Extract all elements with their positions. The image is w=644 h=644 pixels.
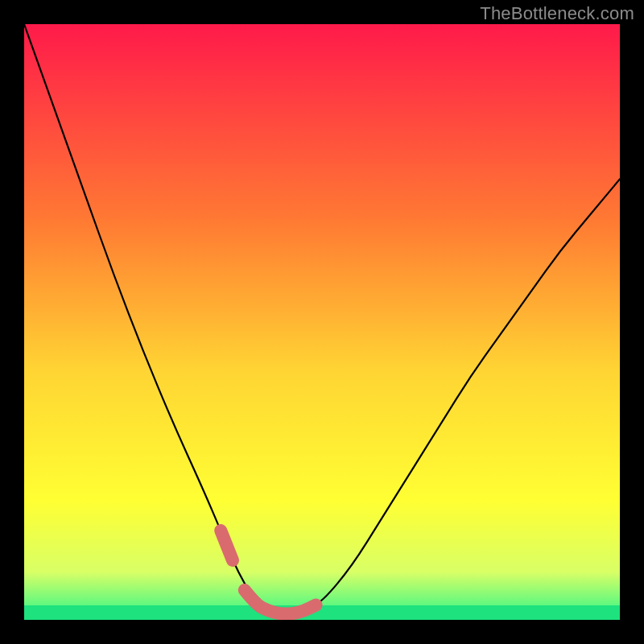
gradient-background <box>24 24 620 620</box>
plot-area <box>24 24 620 620</box>
green-baseline-band <box>24 605 620 620</box>
watermark-text: TheBottleneck.com <box>480 3 634 24</box>
chart-svg <box>24 24 620 620</box>
chart-frame: TheBottleneck.com <box>0 0 644 644</box>
